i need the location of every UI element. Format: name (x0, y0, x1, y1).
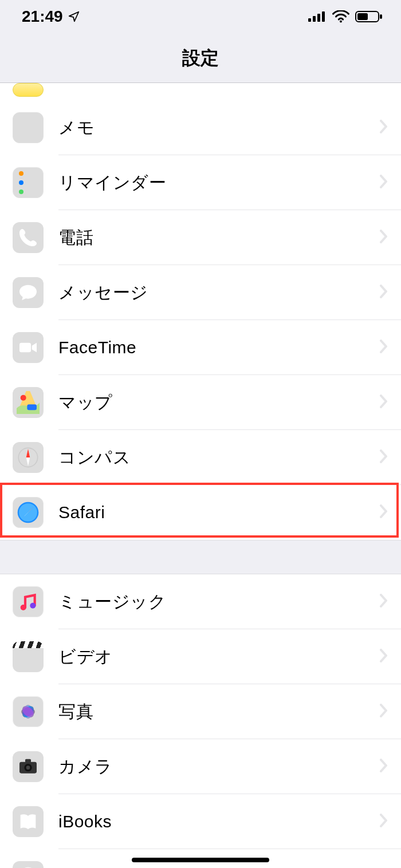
music-icon (13, 586, 44, 617)
section-gap (0, 540, 401, 574)
svg-rect-1 (313, 16, 316, 22)
list-item-music[interactable]: ミュージック (0, 574, 401, 629)
svg-point-17 (30, 603, 36, 609)
list-item-label: マップ (58, 391, 374, 415)
home-indicator (132, 858, 269, 862)
list-item-label: メモ (58, 116, 374, 140)
svg-rect-0 (308, 18, 311, 22)
svg-rect-29 (25, 759, 31, 763)
maps-icon (13, 387, 44, 418)
list-item-label: メッセージ (58, 281, 374, 305)
list-item-safari[interactable]: Safari (0, 485, 401, 540)
svg-rect-2 (317, 14, 320, 22)
list-item-label: 電話 (58, 226, 374, 250)
list-item-label: 写真 (58, 700, 374, 724)
chevron-right-icon (379, 284, 388, 301)
app-icon-peek (13, 83, 44, 97)
list-item-label: リマインダー (58, 171, 374, 195)
list-item-label: コンパス (58, 446, 374, 469)
status-bar: 21:49 (0, 0, 401, 33)
svg-rect-10 (27, 404, 37, 410)
svg-rect-6 (357, 13, 368, 20)
safari-icon (13, 497, 44, 528)
svg-point-16 (21, 605, 26, 610)
status-right (308, 10, 384, 23)
svg-point-4 (340, 21, 342, 23)
camera-icon (13, 751, 44, 782)
list-item-messages[interactable]: メッセージ (0, 265, 401, 320)
chevron-right-icon (379, 813, 388, 830)
svg-rect-3 (322, 11, 325, 22)
list-item-label: ビデオ (58, 645, 374, 669)
svg-point-9 (21, 395, 26, 401)
list-item-photos[interactable]: 写真 (0, 684, 401, 739)
facetime-icon (13, 332, 44, 363)
podcast-icon (13, 861, 44, 868)
list-item-peek[interactable] (0, 83, 401, 100)
settings-section-1: ミュージック ビデオ (0, 574, 401, 868)
list-item-compass[interactable]: コンパス (0, 430, 401, 485)
ibooks-icon (13, 806, 44, 837)
status-time: 21:49 (22, 7, 63, 26)
chevron-right-icon (379, 449, 388, 466)
list-item-label: Safari (58, 503, 374, 522)
chevron-right-icon (379, 174, 388, 191)
chevron-right-icon (379, 758, 388, 775)
chevron-right-icon (379, 229, 388, 246)
chevron-right-icon (379, 394, 388, 411)
cellular-icon (308, 10, 327, 23)
wifi-icon (332, 10, 349, 23)
status-left: 21:49 (22, 7, 80, 26)
location-icon (68, 10, 80, 23)
list-item-phone[interactable]: 電話 (0, 210, 401, 265)
list-item-label: カメラ (58, 755, 374, 779)
list-item-maps[interactable]: マップ (0, 375, 401, 430)
list-item-notes[interactable]: メモ (0, 100, 401, 155)
chevron-right-icon (379, 593, 388, 610)
battery-icon (355, 10, 384, 23)
settings-section-0-peek (0, 83, 401, 100)
list-item-ibooks[interactable]: iBooks (0, 794, 401, 849)
chevron-right-icon (379, 648, 388, 665)
list-item-facetime[interactable]: FaceTime (0, 320, 401, 375)
list-item-video[interactable]: ビデオ (0, 629, 401, 684)
messages-icon (13, 277, 44, 308)
settings-section-0: メモ リマインダー 電話 メッセージ (0, 100, 401, 540)
svg-rect-7 (380, 14, 382, 19)
chevron-right-icon (379, 339, 388, 356)
svg-point-28 (26, 766, 30, 770)
chevron-right-icon (379, 504, 388, 521)
chevron-right-icon (379, 119, 388, 136)
list-item-camera[interactable]: カメラ (0, 739, 401, 794)
page-title: 設定 (0, 33, 401, 82)
svg-rect-8 (19, 343, 31, 353)
photos-icon (13, 696, 44, 727)
settings-screen: 21:49 設定 メモ (0, 0, 401, 868)
notes-icon (13, 112, 44, 143)
reminders-icon (13, 167, 44, 198)
compass-icon (13, 442, 44, 473)
list-item-label: FaceTime (58, 338, 374, 357)
phone-icon (13, 222, 44, 253)
chevron-right-icon (379, 703, 388, 720)
video-icon (13, 641, 44, 672)
list-item-label: iBooks (58, 812, 374, 831)
list-item-reminders[interactable]: リマインダー (0, 155, 401, 210)
list-item-label: ミュージック (58, 590, 374, 614)
